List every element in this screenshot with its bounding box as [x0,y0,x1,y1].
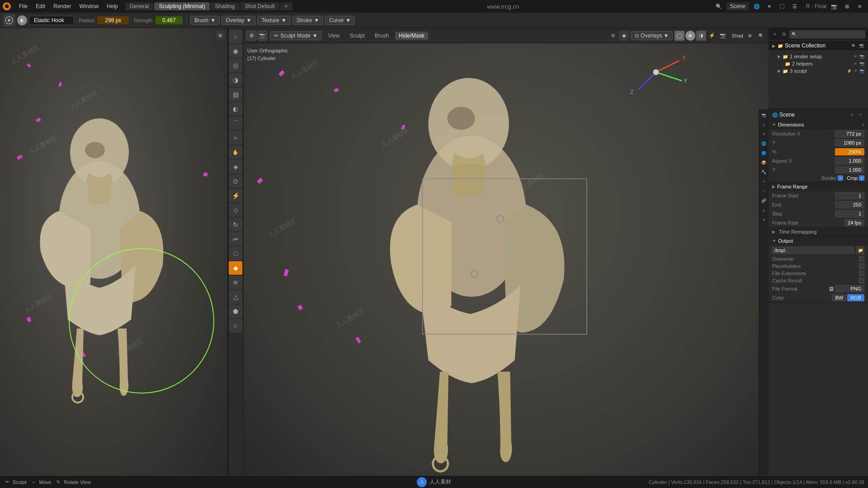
prop-modifier-icon[interactable]: 🔧 [760,168,768,176]
tool-multiplane-scrape[interactable]: ◇ [229,203,242,217]
tool-smooth[interactable]: ✋ [229,145,242,159]
settings-icon[interactable]: ☰ [790,1,800,11]
scene-item-sculpt[interactable]: ▶ 📁 3 sculpt ⚡ 👁 📷 [770,67,866,75]
close-btn[interactable]: ✕ [764,1,774,11]
stroke-dropdown[interactable]: Stroke▼ [292,16,324,25]
item-eye2[interactable]: 👁 [854,61,858,66]
output-header[interactable]: ▼ Output [769,236,868,245]
scene-add-icon[interactable]: + [857,111,864,118]
dimensions-header[interactable]: ▼ Dimensions ≡ [769,120,868,129]
outliner-search-box[interactable]: 🔍 [789,30,865,38]
item-cam3[interactable]: 📷 [859,69,864,73]
item-eye3[interactable]: 👁 [854,69,858,73]
border-checkbox[interactable] [838,175,843,181]
texture-dropdown[interactable]: Texture▼ [257,16,290,25]
search-icon-top[interactable]: 🔍 [714,1,724,11]
item-cam2[interactable]: 📷 [859,61,864,66]
prop-output-icon[interactable]: 🖨 [760,121,768,129]
scene-item-render-setup[interactable]: ▶ 📁 1 render setup 👁 📷 [770,53,866,60]
tool-blob[interactable]: ⌒ [229,117,242,130]
viewport-icon2[interactable]: 📷 [257,31,267,41]
brush-name[interactable]: Elastic Hook [29,16,74,25]
overwrite-toggle[interactable] [859,256,864,262]
menu-file[interactable]: File [15,2,31,10]
prop-physics-icon[interactable]: ⚛ [760,187,768,195]
res-x-value[interactable]: 772 px [835,130,864,137]
output-path-input[interactable]: /tmp\ [772,247,854,254]
fullscreen-icon[interactable]: ⛶ [777,1,787,11]
scene-coll-arrow[interactable]: ▶ [772,43,776,48]
tool-thumb[interactable]: ≋ [229,276,242,289]
strength-value[interactable]: 0.467 [156,16,183,24]
color-bw[interactable]: BW [832,294,846,301]
tool-inflate[interactable]: ◐ [229,102,242,116]
tool-fill[interactable]: ⊙ [229,174,242,188]
output-browse-btn[interactable]: 📁 [856,246,864,254]
dimensions-menu-icon[interactable]: ≡ [862,122,864,127]
percent-value[interactable]: 200% [835,148,864,155]
solid-icon[interactable]: ◉ [619,31,629,41]
display-icon2[interactable]: 🔍 [756,31,766,41]
status-move[interactable]: ↔ Move [30,479,52,486]
frame-range-header[interactable]: ▶ Frame Range [769,182,868,191]
prop-data-icon[interactable]: ▲ [760,206,768,214]
outliner-menu-icon[interactable]: ≡ [771,31,778,38]
matcap-icon[interactable]: ◉ [685,31,695,41]
tool-crease[interactable]: ≈ [229,131,242,145]
render-close[interactable]: ✕ [854,1,864,11]
menu-window[interactable]: Window [75,2,102,10]
crop-check[interactable]: Crop [847,175,864,181]
aspect-x-value[interactable]: 1.000 [835,157,864,164]
viewport-toggle-left[interactable]: ⊞ [216,31,225,40]
workspace-sculpting[interactable]: Sculpting (Minimal) [154,2,209,10]
tool-pose[interactable]: △ [229,290,242,304]
frame-end-value[interactable]: 250 [835,201,864,208]
workspace-add[interactable]: + [280,2,292,10]
prop-view-icon[interactable]: 👁 [760,130,768,138]
curve-dropdown[interactable]: Curve▼ [325,16,355,25]
display-icon1[interactable]: ⊞ [745,31,755,41]
scene-item-helpers[interactable]: 📁 2 helpers 👁 📷 [770,60,866,67]
sculpt-mode-dropdown[interactable]: ✏ Sculpt Mode ▼ [270,31,322,40]
file-ext-toggle[interactable] [859,271,864,276]
prop-world-icon[interactable]: 🔵 [760,149,768,157]
scene-name[interactable]: Scene [726,2,749,10]
tool-draw-sharp[interactable]: ◉ [229,44,242,58]
placeholders-toggle[interactable] [859,263,864,269]
tab-view[interactable]: View [325,32,344,40]
solid-shading-icon[interactable]: ◯ [675,31,684,41]
prop-constraints-icon[interactable]: 🔗 [760,197,768,205]
border-check[interactable]: Border [821,175,843,181]
tool-layer[interactable]: ▤ [229,88,242,101]
prop-object-icon[interactable]: 📦 [760,159,768,167]
prop-material-icon[interactable]: ● [760,216,768,224]
workspace-shading[interactable]: Shading [211,2,240,10]
tool-elastic-deform[interactable]: □ [229,247,242,260]
file-format-value[interactable]: PNG [835,285,864,292]
overlay-dropdown[interactable]: Overlay▼ [222,16,255,25]
tool-clay-strips[interactable]: ◑ [229,73,242,87]
aspect-y-value[interactable]: 1.000 [835,166,864,174]
prop-particles-icon[interactable]: ✦ [760,178,768,186]
color-rgb[interactable]: RGB [847,294,864,301]
coll-icon-eye[interactable]: 👁 [850,42,856,49]
outliner-filter-icon[interactable]: ⊞ [780,31,788,38]
tool-grab[interactable]: ⇌ [229,232,242,246]
tool-flatten[interactable]: ◈ [229,160,242,174]
coll-icon-camera[interactable]: 📷 [858,42,864,49]
res-y-value[interactable]: 1080 px [835,139,864,146]
left-viewport[interactable]: 人人素材区 人人素材区 人人素材区 人人素材区 人人素材区 人人素材区 人人素材… [0,28,227,475]
frame-step-value[interactable]: 1 [835,210,864,217]
scene-list-icon[interactable]: ≡ [848,111,855,118]
overlays-btn[interactable]: ⊙ Overlays ▼ [631,31,673,40]
viewport-icon1[interactable]: ⊞ [246,31,256,41]
scene-icon[interactable]: 🌐 [752,1,762,11]
frame-start-value[interactable]: 1 [835,192,864,199]
frame-rate-value[interactable]: 24 fps [844,219,864,226]
viewport-divider[interactable] [227,28,229,475]
brush-color-box[interactable]: ◐ [17,15,27,25]
tab-hide-mask[interactable]: Hide/Mask [395,32,428,40]
tool-draw[interactable]: ○ [229,30,242,43]
tab-sculpt[interactable]: Sculpt [346,32,368,40]
item-sculpt-icon[interactable]: ⚡ [847,69,852,73]
